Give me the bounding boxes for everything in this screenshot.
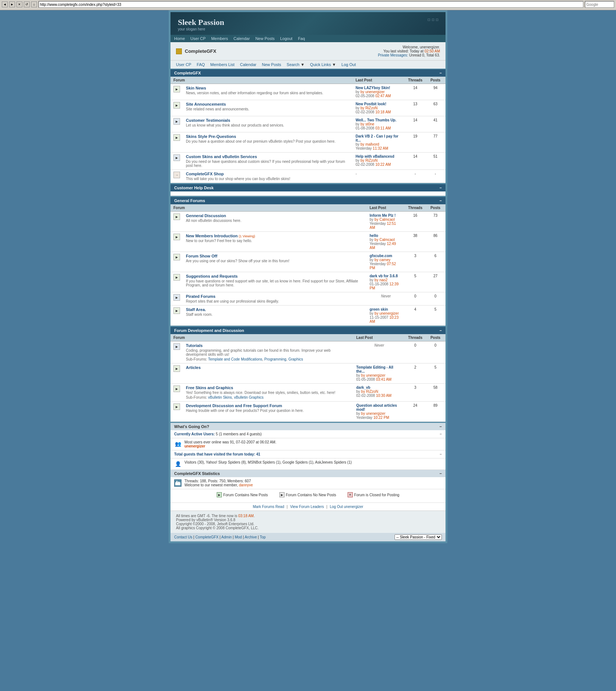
refresh-btn[interactable]: ↺ [24,1,30,7]
skin-selector[interactable]: -- Sleek Passion - Fixed [395,534,442,540]
contact-us-link[interactable]: Contact Us [174,535,192,539]
last-post-link[interactable]: New Postbit look! [356,102,386,106]
post-count: 41 [425,116,445,132]
last-post-link[interactable]: green skin [370,307,388,311]
forum-link[interactable]: Skins Style Pre-Questions [186,134,236,139]
forum-link[interactable]: Genneral Discussion [186,213,226,218]
last-post-cell: New Postbit look! by by RiZzoN 02-02-200… [353,100,405,116]
archive-link[interactable]: Archive [245,535,257,539]
forward-btn[interactable]: ► [9,1,15,7]
last-post-cell: Template Editing - All the... by by unen… [353,363,405,384]
last-post-link[interactable]: dark_vb [356,385,370,390]
back-btn[interactable]: ◄ [2,1,8,7]
forum-link[interactable]: Skin News [186,86,206,90]
last-post-link[interactable]: Help with vBallancesd [356,154,395,158]
forum-link[interactable]: CompleteGFX Shop [186,172,224,176]
forum-dev-table: Forum Last Post Threads Posts ▶ Tutorial… [170,334,445,422]
subnav-newposts[interactable]: New Posts [262,62,281,67]
last-post-link[interactable]: Well... Two Thumbs Up. [356,118,396,122]
subforum-link[interactable]: vBulletin Graphics [234,395,264,399]
nav-logout[interactable]: Logout [280,36,293,41]
forum-info: CompleteGFX Shop This will take you to o… [183,170,353,183]
address-bar[interactable] [38,1,583,8]
subforum-link[interactable]: Template and Code Modifications [208,357,262,361]
forum-link[interactable]: Site Announcements [186,102,226,106]
view-leaders-link[interactable]: View Forum Leaders [290,505,324,509]
completegfx-link[interactable]: CompleteGFX [195,535,219,539]
section-generalforums-toggle[interactable]: − [440,198,442,203]
forum-link[interactable]: Forum Show Off [186,254,217,258]
section-forumdev-toggle[interactable]: − [440,328,442,333]
forum-desc: New to our forum? Feel free to say hello… [186,239,364,243]
col-forum: Forum [170,204,367,212]
stats-toggle[interactable]: − [440,471,442,476]
post-count: 0 [425,341,445,363]
col-forum: Forum [170,77,353,84]
forum-icon: ▶ [173,118,180,125]
last-post-link[interactable]: New LAZYboy Skin! [356,86,390,90]
admin-link[interactable]: Admin [221,535,232,539]
pm-link[interactable]: Private Messages: [378,53,408,57]
table-row: ▶ Site Announcements Site related news a… [170,100,445,116]
forum-link[interactable]: Custom Skins and vBulletin Services [186,154,257,159]
stop-btn[interactable]: ✕ [16,1,22,7]
wgo-toggle-right[interactable]: − [440,432,442,436]
newest-member-link[interactable]: dannyve [239,483,253,487]
subforum-link[interactable]: vBulletin Skins [208,395,232,399]
forum-link[interactable]: Development Discussion and Free Support … [186,403,282,408]
logout-link[interactable]: Log Out unenergizer [330,505,363,509]
thread-count: 14 [405,116,425,132]
active-member-link[interactable]: unenergizer [184,444,205,448]
forum-link[interactable]: New Members Introduction [186,234,238,238]
last-post-link[interactable]: Dark VB 2 - Can I pay for it... [356,134,399,142]
subnav-logout[interactable]: Log Out [341,62,356,67]
post-count: 77 [425,132,445,153]
forum-icon: ▶ [173,86,180,92]
last-post-link[interactable]: hello [370,234,378,238]
section-completegfx-toggle[interactable]: − [440,71,442,75]
forum-link[interactable]: Free Skins and Graphics [186,385,233,390]
subnav-members[interactable]: Members List [210,62,235,67]
guests-toggle[interactable]: − [440,452,442,456]
nav-faq[interactable]: Faq [298,36,305,41]
last-post-link[interactable]: Question about articles mod! [356,403,397,412]
forum-icon: ▶ [173,294,180,301]
wgo-title: What's Going On? [174,424,209,429]
subforum-link[interactable]: Programming [264,357,286,361]
subnav-quicklinks[interactable]: Quick Links [310,62,331,67]
completegfx-icon [176,48,182,54]
subnav-search[interactable]: Search [287,62,300,67]
top-nav: Home User CP Members Calendar New Posts … [170,35,445,42]
forum-link[interactable]: Tutorials [186,343,203,348]
last-post-link[interactable]: Template Editing - All the... [356,365,393,373]
forum-link[interactable]: Articles [186,365,201,370]
nav-calendar[interactable]: Calendar [234,36,250,41]
table-row: → CompleteGFX Shop This will take you to… [170,170,445,183]
copyright-site: All graphics Copyright © 2008 CompleteGF… [176,526,440,530]
section-customerhelp-toggle[interactable]: − [440,186,442,190]
nav-home[interactable]: Home [174,36,185,41]
top-link[interactable]: Top [260,535,266,539]
forum-link[interactable]: Staff Area. [186,307,206,312]
section-forumdev: Forum Development and Discussion − [170,327,445,334]
subnav-usercp[interactable]: User CP [176,62,191,67]
section-forumdev-title: Forum Development and Discussion [174,328,244,333]
last-post-link[interactable]: gfxcube.com [370,254,392,258]
nav-newposts[interactable]: New Posts [255,36,275,41]
forum-link[interactable]: Suggestions and Requests [186,274,238,278]
home-btn[interactable]: ⌂ [31,1,37,7]
nav-members[interactable]: Members [211,36,228,41]
wgo-toggle[interactable]: − [440,424,442,429]
subforum-link[interactable]: Graphics [288,357,303,361]
forum-link[interactable]: Customer Testimonials [186,118,230,123]
search-bar[interactable] [585,1,614,8]
last-post-link[interactable]: Inform Me Plz ! [370,213,396,217]
last-post-link[interactable]: dark vb for 3.6.8 [370,274,398,278]
visitors-text: Visitors (30), Yahoo! Slurp Spiders (8),… [184,460,352,464]
forum-link[interactable]: Pirated Forums [186,294,216,299]
subnav-faq[interactable]: FAQ [197,62,205,67]
nav-usercp[interactable]: User CP [190,36,206,41]
subnav-calendar[interactable]: Calendar [240,62,257,67]
mod-link[interactable]: Mod [235,535,242,539]
mark-forums-link[interactable]: Mark Forums Read [253,505,284,509]
